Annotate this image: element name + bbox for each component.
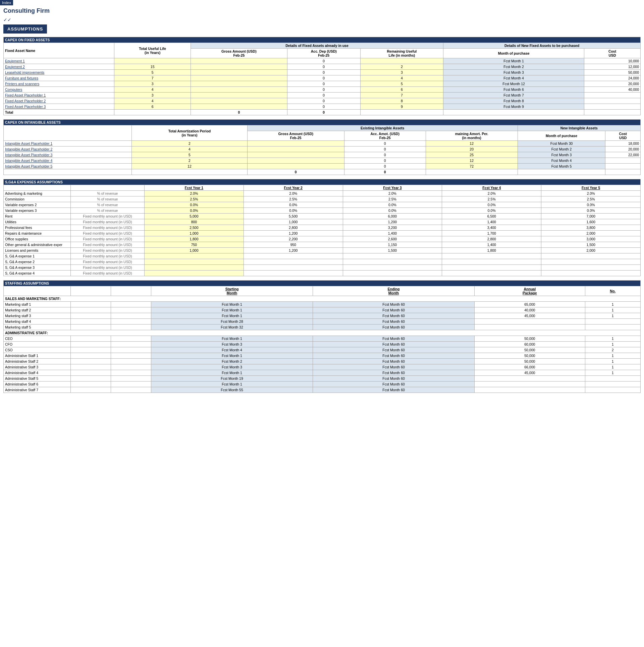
staff-no: 1: [585, 359, 640, 364]
top-bar[interactable]: Index: [0, 0, 13, 5]
useful-life-cell[interactable]: 7: [114, 75, 191, 81]
col-cost: CostUSD: [584, 49, 641, 58]
remaining-amort-cell[interactable]: 72: [426, 164, 518, 169]
sga-y1[interactable]: 750: [145, 242, 244, 248]
useful-life-cell[interactable]: 6: [114, 104, 191, 110]
gross-cell[interactable]: [191, 81, 287, 87]
sga-type: Fixed monthly amount (in USD): [71, 248, 145, 253]
staffing-col-start: StartingMonth: [151, 286, 313, 296]
sga-y3: 0.0%: [343, 202, 442, 208]
sga-y1[interactable]: 5,000: [145, 214, 244, 219]
sga-y1[interactable]: 2.5%: [145, 196, 244, 202]
amort-period-cell[interactable]: 2: [132, 141, 248, 146]
remaining-cell[interactable]: 3: [360, 70, 443, 75]
gross-cell[interactable]: [191, 93, 287, 98]
staffing-col-end: EndingMonth: [313, 286, 475, 296]
asset-name-cell[interactable]: Fixed Asset Placeholder 3: [4, 104, 114, 110]
sga-y1[interactable]: 1,000: [145, 231, 244, 236]
gross-intangible-cell[interactable]: [247, 158, 344, 164]
gross-intangible-cell[interactable]: [247, 146, 344, 152]
intangible-name-cell[interactable]: Intangible Asset Placeholder 1: [4, 141, 132, 146]
staff-name: CFO: [4, 342, 71, 347]
col-acc-dep: Acc. Dep (USD)Feb-25: [287, 49, 360, 58]
sga-y1[interactable]: 2.0%: [145, 191, 244, 196]
useful-life-cell[interactable]: 3: [114, 93, 191, 98]
sga-y1[interactable]: 0.0%: [145, 208, 244, 214]
useful-life-cell[interactable]: 5: [114, 70, 191, 75]
sga-col-item: [4, 185, 71, 191]
asset-name-cell[interactable]: Furniture and fixtures: [4, 75, 114, 81]
intangible-name-cell[interactable]: Intangible Asset Placeholder 5: [4, 164, 132, 169]
remaining-amort-cell[interactable]: 12: [426, 158, 518, 164]
asset-name-cell[interactable]: Equipment 1: [4, 58, 114, 64]
sga-item: S, G& A expense 2: [4, 259, 71, 265]
sga-y1[interactable]: 0.0%: [145, 202, 244, 208]
remaining-cell[interactable]: 4: [360, 75, 443, 81]
sga-y1[interactable]: [145, 271, 244, 276]
asset-name-cell[interactable]: Computers: [4, 87, 114, 93]
asset-name-cell[interactable]: Equipment 2: [4, 64, 114, 70]
remaining-cell[interactable]: 8: [360, 98, 443, 104]
sga-y1[interactable]: 2,500: [145, 225, 244, 231]
useful-life-cell[interactable]: 15: [114, 64, 191, 70]
staff-no: [585, 325, 640, 330]
col-gross-intangible: Gross Amount (USD)Feb-25: [247, 131, 344, 141]
sga-y4: [442, 271, 541, 276]
gross-cell[interactable]: [191, 75, 287, 81]
asset-name-cell[interactable]: Printers and scanners: [4, 81, 114, 87]
remaining-amort-cell[interactable]: 12: [426, 141, 518, 146]
col-gross-amount: Gross Amount (USD)Feb-25: [191, 49, 287, 58]
gross-intangible-cell[interactable]: [247, 152, 344, 158]
sga-y1[interactable]: [145, 259, 244, 265]
gross-cell[interactable]: [191, 87, 287, 93]
sga-y1[interactable]: 1,000: [145, 248, 244, 253]
remaining-cell[interactable]: 7: [360, 93, 443, 98]
useful-life-cell[interactable]: [114, 58, 191, 64]
sga-y1[interactable]: [145, 253, 244, 259]
asset-name-cell[interactable]: Leasehold improvements: [4, 70, 114, 75]
table-row: Printers and scanners 3 0 5 Fcst Month 1…: [4, 81, 641, 87]
staff-end: Fcst Month 60: [313, 359, 475, 364]
gross-cell[interactable]: [191, 58, 287, 64]
sga-y1[interactable]: 800: [145, 219, 244, 225]
remaining-cell[interactable]: 2: [360, 64, 443, 70]
sga-type: % of revenue: [71, 191, 145, 196]
amort-period-cell[interactable]: 12: [132, 164, 248, 169]
remaining-cell[interactable]: 6: [360, 87, 443, 93]
remaining-cell[interactable]: 5: [360, 81, 443, 87]
staffing-col2: [71, 286, 111, 296]
staffing-header-row: STAFFING ASSUMPTIONS: [4, 281, 641, 286]
col-remaining: Remaining UsefulLife (in months): [360, 49, 443, 58]
capex-intangible-title: CAPEX ON INTANGIBLE ASSETS: [4, 120, 641, 125]
asset-name-cell[interactable]: Fixed Asset Placeholder 1: [4, 93, 114, 98]
gross-cell[interactable]: [191, 70, 287, 75]
remaining-cell[interactable]: [360, 58, 443, 64]
intangible-name-cell[interactable]: Intangible Asset Placeholder 3: [4, 152, 132, 158]
admin-staff-label: ADMINISTRATIVE STAFF:: [4, 330, 641, 336]
asset-name-cell[interactable]: Fixed Asset Placeholder 2: [4, 98, 114, 104]
remaining-amort-cell[interactable]: 25: [426, 152, 518, 158]
intangible-name-cell[interactable]: Intangible Asset Placeholder 4: [4, 158, 132, 164]
sga-y1[interactable]: 1,800: [145, 236, 244, 242]
cost-cell: [584, 93, 641, 98]
gross-cell[interactable]: [191, 104, 287, 110]
remaining-cell[interactable]: 9: [360, 104, 443, 110]
amort-period-cell[interactable]: 4: [132, 146, 248, 152]
sga-y1[interactable]: [145, 265, 244, 271]
sga-item: Variable expenses 3: [4, 208, 71, 214]
acc-dep-cell: 0: [287, 70, 360, 75]
amort-period-cell[interactable]: 5: [132, 152, 248, 158]
col-intangible-name: [4, 125, 132, 141]
gross-intangible-cell[interactable]: [247, 141, 344, 146]
remaining-amort-cell[interactable]: 20: [426, 146, 518, 152]
intangible-name-cell[interactable]: Intangible Asset Placeholder 2: [4, 146, 132, 152]
sga-col-type: [71, 185, 145, 191]
sga-y5: [541, 259, 641, 265]
useful-life-cell[interactable]: 4: [114, 98, 191, 104]
amort-period-cell[interactable]: 2: [132, 158, 248, 164]
gross-cell[interactable]: [191, 64, 287, 70]
useful-life-cell[interactable]: 3: [114, 81, 191, 87]
gross-intangible-cell[interactable]: [247, 164, 344, 169]
useful-life-cell[interactable]: 4: [114, 87, 191, 93]
gross-cell[interactable]: [191, 98, 287, 104]
